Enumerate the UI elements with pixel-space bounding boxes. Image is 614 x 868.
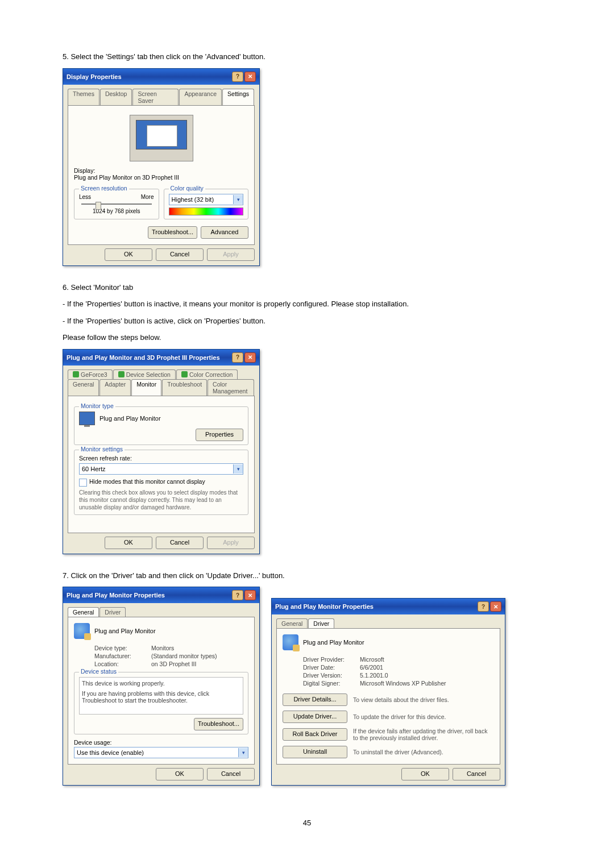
device-icon [74, 623, 90, 639]
cancel-button[interactable]: Cancel [453, 768, 500, 780]
device-name: Plug and Play Monitor [303, 639, 364, 646]
tab-adapter[interactable]: Adapter [99, 379, 131, 396]
title-text: Plug and Play Monitor Properties [67, 592, 165, 599]
tab-screensaver[interactable]: Screen Saver [132, 89, 179, 105]
color-quality-dropdown[interactable]: Highest (32 bit) ▾ [169, 194, 244, 205]
tabrow-bottom: General Adapter Monitor Troubleshoot Col… [68, 379, 255, 396]
monitor-properties-dialog: Plug and Play Monitor and 3D Prophet III… [63, 349, 260, 554]
device-status-label: Device status [79, 668, 118, 675]
device-usage-value: Use this device (enable) [77, 749, 144, 756]
titlebar: Plug and Play Monitor and 3D Prophet III… [63, 350, 259, 366]
version-label: Driver Version: [303, 672, 360, 679]
uninstall-button[interactable]: Uninstall [283, 746, 347, 758]
monitor-panel: Monitor type Plug and Play Monitor Prope… [68, 396, 255, 533]
tab-troubleshoot[interactable]: Troubleshoot [162, 379, 207, 396]
loc-value: on 3D Prophet III [151, 661, 248, 667]
tab-appearance[interactable]: Appearance [179, 89, 222, 105]
tabstrip: Themes Desktop Screen Saver Appearance S… [68, 89, 255, 106]
tab-general[interactable]: General [68, 607, 99, 617]
close-icon[interactable]: ✕ [490, 601, 501, 612]
loc-label: Location: [94, 661, 151, 667]
step6-line1: 6. Select 'Monitor' tab [63, 282, 551, 293]
refresh-rate-value: 60 Hertz [82, 466, 106, 472]
mfr-value: (Standard monitor types) [151, 653, 248, 659]
tab-settings[interactable]: Settings [222, 89, 254, 105]
tab-general[interactable]: General [68, 379, 99, 396]
troubleshoot-button[interactable]: Troubleshoot... [148, 226, 197, 239]
ok-button[interactable]: OK [105, 537, 152, 549]
titlebar: Plug and Play Monitor Properties ? ✕ [272, 599, 505, 614]
apply-button[interactable]: Apply [207, 248, 255, 261]
tab-driver[interactable]: Driver [99, 607, 126, 617]
apply-button[interactable]: Apply [207, 537, 255, 549]
title-text: Plug and Play Monitor and 3D Prophet III… [67, 354, 220, 361]
devtype-label: Device type: [94, 645, 151, 651]
cancel-button[interactable]: Cancel [156, 537, 204, 549]
tab-geforce3[interactable]: GeForce3 [68, 369, 113, 379]
tab-monitor[interactable]: Monitor [131, 379, 161, 396]
troubleshoot-button[interactable]: Troubleshoot... [194, 718, 243, 730]
help-icon[interactable]: ? [478, 601, 489, 612]
cancel-button[interactable]: Cancel [207, 768, 255, 780]
tab-desktop[interactable]: Desktop [100, 89, 132, 105]
driver-details-button[interactable]: Driver Details... [283, 693, 347, 706]
general-panel: Plug and Play Monitor Device type:Monito… [68, 617, 255, 765]
nvidia-icon [181, 371, 188, 377]
version-value: 5.1.2001.0 [360, 672, 494, 679]
tab-color-correction[interactable]: Color Correction [176, 369, 238, 379]
ok-button[interactable]: OK [105, 248, 152, 261]
refresh-rate-label: Screen refresh rate: [79, 455, 243, 462]
update-driver-desc: To update the driver for this device. [353, 713, 494, 720]
rollback-driver-desc: If the device fails after updating the d… [353, 728, 494, 741]
tab-driver[interactable]: Driver [308, 618, 334, 628]
refresh-rate-dropdown[interactable]: 60 Hertz ▾ [79, 463, 243, 475]
tab-general[interactable]: General [276, 618, 308, 628]
display-label: Display: [74, 167, 248, 174]
page-number: 45 [63, 819, 551, 827]
titlebar: Display Properties ? ✕ [63, 69, 259, 85]
help-icon[interactable]: ? [232, 72, 243, 82]
hide-modes-checkbox[interactable] [79, 479, 87, 487]
ok-button[interactable]: OK [156, 768, 204, 780]
chevron-down-icon: ▾ [233, 464, 243, 474]
tabrow-top: GeForce3 Device Selection Color Correcti… [68, 369, 255, 379]
cancel-button[interactable]: Cancel [156, 248, 204, 261]
step6-line3: - If the 'Properties' button is active, … [63, 315, 551, 327]
step6-line2: - If the 'Properties' button is inactive… [63, 298, 551, 310]
provider-label: Driver Provider: [303, 656, 360, 663]
signer-value: Microsoft Windows XP Publisher [360, 680, 494, 687]
tab-color-mgmt[interactable]: Color Management [208, 379, 254, 396]
settings-panel: Display: Plug and Play Monitor on 3D Pro… [68, 105, 255, 245]
close-icon[interactable]: ✕ [244, 72, 256, 82]
rollback-driver-button[interactable]: Roll Back Driver [283, 728, 347, 741]
tab-themes[interactable]: Themes [68, 89, 99, 105]
resolution-slider[interactable] [81, 203, 152, 205]
advanced-button[interactable]: Advanced [201, 226, 248, 239]
hide-modes-note: Clearing this check box allows you to se… [79, 489, 243, 511]
provider-value: Microsoft [360, 656, 494, 663]
date-value: 6/6/2001 [360, 664, 494, 671]
close-icon[interactable]: ✕ [244, 590, 256, 600]
help-icon[interactable]: ? [232, 352, 243, 363]
step7-text: 7. Click on the 'Driver' tab and then cl… [63, 570, 551, 582]
ok-button[interactable]: OK [401, 768, 449, 780]
screen-res-label: Screen resolution [79, 185, 129, 192]
driver-details-desc: To view details about the driver files. [353, 696, 494, 703]
monitor-settings-label: Monitor settings [79, 446, 125, 452]
tab-device-selection[interactable]: Device Selection [113, 369, 176, 379]
hide-modes-label: Hide modes that this monitor cannot disp… [89, 478, 205, 485]
update-driver-button[interactable]: Update Driver... [283, 711, 347, 723]
pnp-general-dialog: Plug and Play Monitor Properties ? ✕ Gen… [63, 587, 260, 786]
device-usage-dropdown[interactable]: Use this device (enable) ▾ [74, 747, 248, 758]
chevron-down-icon: ▾ [233, 195, 243, 204]
help-icon[interactable]: ? [232, 590, 243, 600]
device-usage-label: Device usage: [74, 739, 248, 746]
titlebar: Plug and Play Monitor Properties ? ✕ [63, 587, 259, 603]
close-icon[interactable]: ✕ [244, 352, 256, 363]
tabstrip: General Driver [68, 607, 255, 617]
monitor-icon [79, 412, 95, 425]
less-label: Less [79, 194, 91, 200]
uninstall-desc: To uninstall the driver (Advanced). [353, 749, 494, 755]
title-text: Plug and Play Monitor Properties [275, 603, 374, 610]
properties-button[interactable]: Properties [196, 429, 243, 441]
